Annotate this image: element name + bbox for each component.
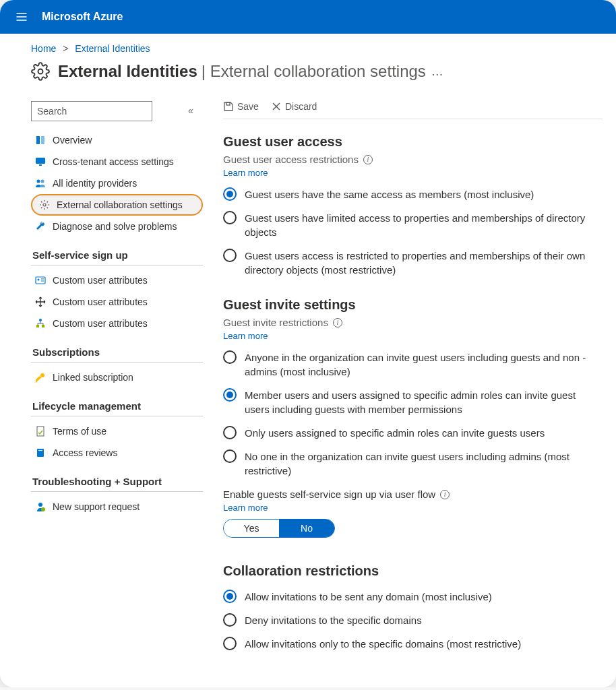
- hamburger-menu-icon[interactable]: [13, 9, 30, 25]
- svg-point-12: [38, 279, 40, 281]
- sidebar-search-input[interactable]: Search: [31, 101, 152, 121]
- gear-icon: [31, 62, 50, 81]
- radio-label: Deny invitations to the specific domains: [245, 613, 422, 627]
- collab-option-2[interactable]: Deny invitations to the specific domains: [223, 613, 603, 627]
- guest-access-option-1[interactable]: Guest users have the same access as memb…: [223, 187, 603, 201]
- sidebar-item-label: Linked subscription: [53, 372, 133, 383]
- svg-point-23: [41, 507, 45, 511]
- sidebar-item-terms[interactable]: Terms of use: [31, 420, 203, 442]
- radio-label: Guest users access is restricted to prop…: [245, 249, 603, 277]
- sidebar-section-subscriptions: Subscriptions: [31, 338, 203, 363]
- radio-label: Guest users have limited access to prope…: [245, 211, 603, 239]
- sidebar-item-linked-subscription[interactable]: Linked subscription: [31, 367, 203, 388]
- collab-option-3[interactable]: Allow invitations only to the specific d…: [223, 637, 603, 651]
- sidebar-item-label: Custom user attributes: [53, 275, 148, 286]
- guest-access-option-3[interactable]: Guest users access is restricted to prop…: [223, 249, 603, 277]
- radio-icon: [223, 187, 237, 201]
- sidebar: « Search Overview Cross-tenant access se…: [31, 101, 203, 660]
- learn-more-link[interactable]: Learn more: [223, 331, 268, 341]
- move-icon: [35, 296, 46, 307]
- sidebar-section-lifecycle: Lifecycle management: [31, 392, 203, 416]
- sidebar-item-label: Custom user attributes: [53, 318, 148, 329]
- learn-more-link[interactable]: Learn more: [223, 503, 268, 513]
- svg-point-9: [41, 180, 44, 183]
- guest-access-title: Guest user access: [223, 134, 603, 150]
- radio-icon: [223, 637, 237, 650]
- sidebar-item-cross-tenant[interactable]: Cross-tenant access settings: [31, 151, 203, 172]
- info-icon[interactable]: [363, 155, 373, 164]
- sidebar-section-troubleshoot: Troubleshooting + Support: [31, 468, 203, 492]
- svg-rect-7: [39, 164, 42, 166]
- monitor-icon: [35, 156, 46, 167]
- breadcrumb: Home > External Identities: [0, 34, 616, 58]
- overview-icon: [35, 135, 46, 146]
- svg-rect-20: [37, 449, 44, 457]
- collapse-chevron-icon[interactable]: «: [188, 105, 193, 116]
- discard-button[interactable]: Discard: [271, 101, 317, 112]
- svg-rect-5: [41, 136, 44, 144]
- save-button[interactable]: Save: [223, 101, 259, 112]
- sidebar-item-label: Custom user attributes: [53, 296, 148, 307]
- sidebar-item-overview[interactable]: Overview: [31, 129, 203, 151]
- collab-title: Collaoration restrictions: [223, 563, 603, 579]
- sidebar-item-custom-attr-3[interactable]: Custom user attributes: [31, 313, 203, 334]
- radio-label: Anyone in the organization can invite gu…: [245, 350, 603, 379]
- book-icon: [35, 447, 46, 458]
- info-icon[interactable]: [333, 318, 342, 327]
- radio-icon: [223, 613, 237, 627]
- toggle-yes[interactable]: Yes: [224, 520, 279, 537]
- info-icon[interactable]: [440, 490, 450, 499]
- radio-label: Only users assigned to specific admin ro…: [245, 426, 545, 440]
- radio-icon: [223, 426, 237, 439]
- support-icon: [35, 501, 46, 512]
- toggle-no[interactable]: No: [279, 520, 334, 537]
- sidebar-item-external-collab[interactable]: External collaboration settings: [31, 194, 203, 216]
- sidebar-section-selfservice: Self-service sign up: [31, 241, 203, 265]
- guest-invite-option-4[interactable]: No one in the organization can invite gu…: [223, 449, 603, 478]
- svg-point-22: [38, 503, 42, 507]
- collab-option-1[interactable]: Allow invitations to be sent any domain …: [223, 590, 603, 604]
- toolbar: Save Discard: [223, 101, 603, 119]
- wrench-icon: [35, 221, 46, 232]
- sidebar-item-custom-attr-2[interactable]: Custom user attributes: [31, 291, 203, 313]
- gear-small-icon: [39, 199, 50, 210]
- sidebar-item-label: Terms of use: [53, 426, 106, 437]
- svg-rect-19: [37, 427, 44, 436]
- breadcrumb-current-link[interactable]: External Identities: [75, 43, 150, 54]
- ellipsis-icon[interactable]: …: [431, 65, 443, 79]
- sidebar-item-support[interactable]: New support request: [31, 496, 203, 518]
- people-icon: [35, 178, 46, 189]
- sidebar-item-access-reviews[interactable]: Access reviews: [31, 442, 203, 464]
- self-service-toggle-row: Enable guests self-service sign up via u…: [223, 489, 603, 538]
- sidebar-item-label: Diagnose and solve problems: [53, 221, 177, 232]
- radio-label: Allow invitations only to the specific d…: [245, 637, 521, 651]
- svg-rect-6: [36, 158, 45, 164]
- guest-invite-option-2[interactable]: Member users and users assigned to speci…: [223, 388, 603, 416]
- guest-access-option-2[interactable]: Guest users have limited access to prope…: [223, 211, 603, 239]
- radio-icon: [223, 388, 237, 402]
- collab-radio-group: Allow invitations to be sent any domain …: [223, 590, 603, 651]
- sidebar-item-label: All identity providers: [53, 178, 137, 189]
- sidebar-item-identity-providers[interactable]: All identity providers: [31, 172, 203, 194]
- guest-invite-radio-group: Anyone in the organization can invite gu…: [223, 350, 603, 478]
- radio-icon: [223, 350, 237, 364]
- guest-invite-option-3[interactable]: Only users assigned to specific admin ro…: [223, 426, 603, 440]
- top-bar: Microsoft Azure: [0, 0, 616, 34]
- guest-invite-title: Guest invite settings: [223, 297, 603, 313]
- svg-rect-11: [36, 277, 45, 284]
- page-title-main: External Identities: [58, 62, 197, 81]
- learn-more-link[interactable]: Learn more: [223, 168, 268, 178]
- guest-invite-option-1[interactable]: Anyone in the organization can invite gu…: [223, 350, 603, 379]
- breadcrumb-separator: >: [63, 43, 68, 54]
- sidebar-item-label: New support request: [53, 501, 140, 512]
- sidebar-item-custom-attr-1[interactable]: Custom user attributes: [31, 270, 203, 291]
- yes-no-toggle[interactable]: Yes No: [223, 519, 335, 538]
- key-icon: [35, 372, 46, 383]
- page-title-sub: | External collaboration settings: [202, 62, 426, 81]
- sidebar-item-diagnose[interactable]: Diagnose and solve problems: [31, 216, 203, 237]
- breadcrumb-home-link[interactable]: Home: [31, 43, 56, 54]
- self-service-label: Enable guests self-service sign up via u…: [223, 489, 435, 500]
- radio-icon: [223, 249, 237, 262]
- guest-access-radio-group: Guest users have the same access as memb…: [223, 187, 603, 277]
- svg-rect-24: [226, 102, 230, 105]
